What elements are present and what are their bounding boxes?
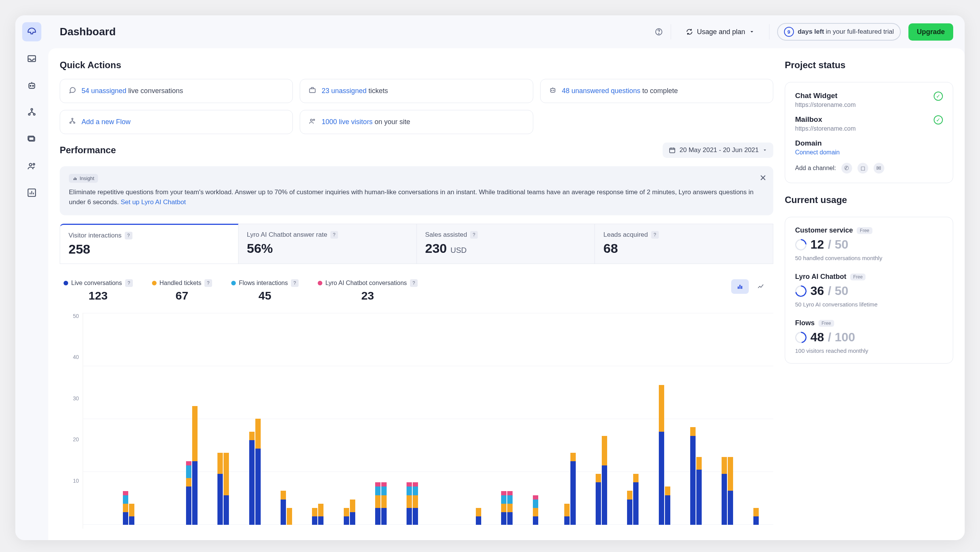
bar[interactable] (627, 313, 632, 525)
usage-item: FlowsFree48/ 100100 visitors reached mon… (795, 319, 943, 354)
bar-group (713, 313, 742, 525)
bar[interactable] (539, 313, 544, 525)
bar[interactable] (318, 313, 323, 525)
bar[interactable] (570, 313, 576, 525)
status-sub: https://storename.com (795, 125, 856, 132)
help-icon[interactable]: ? (330, 231, 338, 239)
sidebar-item-chatbot[interactable] (22, 76, 41, 95)
bar-segment (375, 508, 381, 525)
performance-tab[interactable]: Visitor interactions?258 (60, 224, 238, 264)
messenger-icon[interactable]: ✉ (874, 163, 884, 174)
bar[interactable] (665, 313, 670, 525)
bar[interactable] (217, 313, 223, 525)
quick-action-card[interactable]: Add a new Flow (60, 110, 293, 134)
bar-segment (413, 486, 418, 495)
performance-tab[interactable]: Lyro AI Chatbot answer rate?56% (238, 224, 417, 264)
sidebar-item-contacts[interactable] (22, 156, 41, 175)
bar[interactable] (728, 313, 733, 525)
help-icon[interactable]: ? (470, 231, 478, 239)
bar[interactable] (407, 313, 412, 525)
bar[interactable] (722, 313, 727, 525)
bar[interactable] (602, 313, 607, 525)
upgrade-button[interactable]: Upgrade (908, 23, 953, 41)
bar[interactable] (533, 313, 538, 525)
bar-group (209, 313, 237, 525)
bars-container (83, 313, 773, 529)
performance-tab[interactable]: Sales assisted?230 USD (417, 224, 595, 264)
bar[interactable] (281, 313, 286, 525)
bar[interactable] (312, 313, 317, 525)
whatsapp-icon[interactable]: ✆ (841, 163, 852, 174)
bar-chart-toggle[interactable] (731, 279, 749, 294)
bar[interactable] (375, 313, 381, 525)
bar[interactable] (507, 313, 513, 525)
bar[interactable] (690, 313, 696, 525)
bar[interactable] (98, 313, 103, 525)
help-icon[interactable] (655, 28, 663, 36)
bar[interactable] (659, 313, 664, 525)
bar[interactable] (444, 313, 450, 525)
bar-segment (507, 512, 513, 525)
sidebar-item-inbox[interactable] (22, 49, 41, 68)
sidebar-item-dashboard[interactable] (22, 22, 41, 41)
status-sub: https://storename.com (795, 102, 856, 108)
bar-group (83, 313, 111, 525)
bar[interactable] (381, 313, 387, 525)
bar[interactable] (255, 313, 261, 525)
bar[interactable] (696, 313, 702, 525)
bar[interactable] (224, 313, 229, 525)
status-row: DomainConnect domain (795, 139, 943, 156)
bar[interactable] (249, 313, 255, 525)
usage-plan-dropdown[interactable]: Usage and plan (679, 28, 761, 36)
bar-segment (728, 491, 733, 525)
bar[interactable] (413, 313, 418, 525)
svg-point-4 (31, 108, 33, 110)
help-icon[interactable]: ? (291, 279, 299, 287)
line-chart-toggle[interactable] (752, 279, 769, 294)
bar[interactable] (155, 313, 160, 525)
bar-chart-icon (737, 283, 743, 290)
quick-action-card[interactable]: 23 unassigned tickets (300, 79, 533, 103)
quick-action-card[interactable]: 54 unassigned live conversations (60, 79, 293, 103)
bar[interactable] (564, 313, 570, 525)
bar[interactable] (344, 313, 349, 525)
bar[interactable] (633, 313, 639, 525)
bar[interactable] (753, 313, 759, 525)
bar[interactable] (186, 313, 191, 525)
svg-rect-25 (75, 177, 75, 180)
bar[interactable] (350, 313, 355, 525)
help-icon[interactable]: ? (410, 279, 418, 287)
quick-action-card[interactable]: 1000 live visitors on your site (300, 110, 533, 134)
bar[interactable] (476, 313, 481, 525)
sidebar-item-messages[interactable] (22, 129, 41, 149)
bar[interactable] (438, 313, 444, 525)
divider (671, 24, 671, 39)
bar[interactable] (470, 313, 475, 525)
bar[interactable] (123, 313, 128, 525)
sidebar-item-flows[interactable] (22, 103, 41, 122)
help-icon[interactable]: ? (125, 232, 132, 239)
help-icon[interactable]: ? (204, 279, 212, 287)
quick-action-card[interactable]: 48 unanswered questions to complete (540, 79, 773, 103)
help-icon[interactable]: ? (125, 279, 133, 287)
performance-title: Performance (60, 145, 116, 156)
insight-link[interactable]: Set up Lyro AI Chatbot (121, 198, 186, 206)
status-link[interactable]: Connect domain (795, 149, 840, 156)
performance-tab[interactable]: Leads acquired?68 (595, 224, 773, 264)
close-icon[interactable]: ✕ (760, 173, 766, 183)
date-range-picker[interactable]: 20 May 2021 - 20 Jun 2021 (663, 143, 773, 158)
help-icon[interactable]: ? (651, 231, 659, 239)
bar[interactable] (129, 313, 134, 525)
bar[interactable] (596, 313, 601, 525)
bar-segment (186, 486, 191, 525)
bar[interactable] (91, 313, 97, 525)
bar[interactable] (760, 313, 765, 525)
bar[interactable] (287, 313, 292, 525)
bar[interactable] (501, 313, 506, 525)
bar[interactable] (192, 313, 198, 525)
chart-type-toggle (731, 279, 769, 302)
instagram-icon[interactable]: ◻ (858, 163, 868, 174)
bar[interactable] (161, 313, 166, 525)
analytics-icon (27, 188, 37, 198)
sidebar-item-analytics[interactable] (22, 183, 41, 202)
